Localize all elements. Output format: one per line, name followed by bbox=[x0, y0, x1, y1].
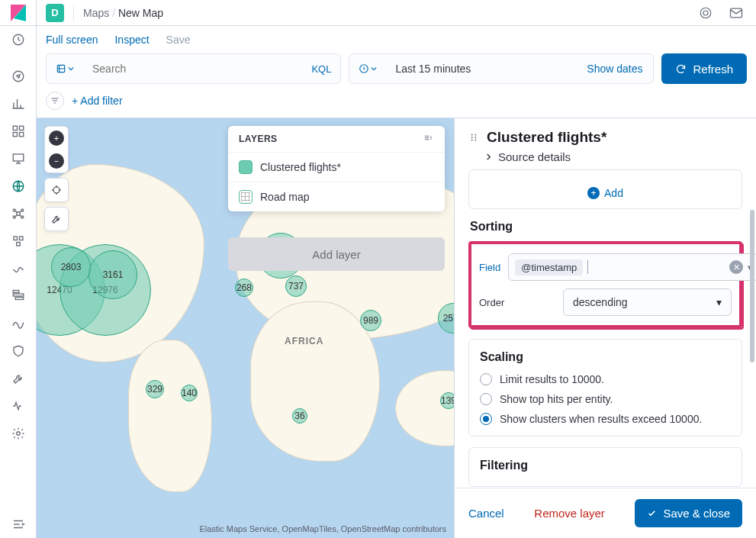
cluster-bubble[interactable]: 3161 bbox=[88, 250, 137, 299]
filtering-title: Filtering bbox=[480, 459, 731, 472]
save-close-button[interactable]: Save & close bbox=[635, 499, 742, 527]
breadcrumb-maps[interactable]: Maps bbox=[83, 7, 109, 19]
zoom-in-button[interactable]: + bbox=[45, 127, 68, 150]
scaling-option-1[interactable]: Show top hits per entity. bbox=[480, 393, 731, 405]
sorting-title: Sorting bbox=[470, 220, 742, 234]
tools-button[interactable] bbox=[45, 208, 68, 230]
kql-toggle[interactable]: KQL bbox=[302, 63, 340, 75]
save-close-label: Save & close bbox=[663, 507, 730, 520]
layer-item-roadmap[interactable]: Road map bbox=[228, 182, 445, 211]
add-filter-link[interactable]: + Add filter bbox=[72, 95, 123, 107]
time-quick-button[interactable] bbox=[349, 63, 386, 74]
remove-layer-button[interactable]: Remove layer bbox=[534, 507, 605, 520]
nav-recent-icon[interactable] bbox=[0, 26, 37, 53]
refresh-label: Refresh bbox=[693, 63, 733, 76]
radio-label: Limit results to 10000. bbox=[500, 373, 604, 385]
radio-icon bbox=[480, 373, 492, 385]
cluster-bubble[interactable]: 268 bbox=[235, 279, 253, 297]
cluster-bubble[interactable]: 36 bbox=[292, 408, 307, 424]
nav-discover-icon[interactable] bbox=[0, 63, 37, 90]
clear-icon[interactable]: ✕ bbox=[729, 260, 743, 274]
zoom-out-button[interactable]: − bbox=[45, 150, 68, 172]
field-input[interactable] bbox=[587, 260, 725, 274]
svg-point-28 bbox=[471, 134, 473, 136]
filter-row: + Add filter bbox=[37, 90, 756, 118]
nav-siem-icon[interactable] bbox=[0, 337, 37, 365]
layers-collapse-icon[interactable] bbox=[423, 134, 434, 144]
scaling-option-0[interactable]: Limit results to 10000. bbox=[480, 373, 731, 385]
svg-point-14 bbox=[21, 216, 23, 218]
nav-ml-icon[interactable] bbox=[0, 200, 37, 227]
map-canvas[interactable]: ASIA AFRICA + − LAYERS bbox=[37, 118, 454, 538]
cluster-bubble[interactable]: 140 bbox=[181, 385, 198, 401]
svg-point-23 bbox=[703, 11, 708, 15]
layer-item-clustered[interactable]: Clustered flights* bbox=[228, 152, 445, 182]
cluster-bubble[interactable]: 139 bbox=[440, 392, 454, 409]
query-bar: KQL Last 15 minutes Show dates Refresh bbox=[37, 53, 756, 90]
svg-rect-6 bbox=[13, 133, 17, 137]
full-screen-link[interactable]: Full screen bbox=[46, 34, 98, 46]
nav-dashboard-icon[interactable] bbox=[0, 118, 37, 145]
panel-header: Clustered flights* bbox=[455, 118, 756, 150]
refresh-button[interactable]: Refresh bbox=[661, 53, 747, 84]
check-icon bbox=[647, 508, 657, 518]
nav-monitoring-icon[interactable] bbox=[0, 392, 37, 420]
space-badge[interactable]: D bbox=[46, 4, 64, 22]
nav-uptime-icon[interactable] bbox=[0, 310, 37, 337]
top-bar: D Maps / New Map bbox=[37, 0, 756, 26]
add-field-link[interactable]: + Add bbox=[480, 187, 731, 199]
cluster-bubble[interactable]: 737 bbox=[285, 275, 307, 297]
radio-icon bbox=[480, 393, 492, 405]
svg-rect-18 bbox=[13, 294, 24, 296]
search-input[interactable] bbox=[83, 63, 302, 75]
chevron-right-icon bbox=[485, 153, 492, 160]
nav-apm-icon[interactable] bbox=[0, 282, 37, 310]
nav-logs-icon[interactable] bbox=[0, 255, 37, 282]
svg-point-27 bbox=[53, 187, 60, 193]
nav-management-icon[interactable] bbox=[0, 420, 37, 447]
nav-visualize-icon[interactable] bbox=[0, 90, 37, 118]
svg-point-21 bbox=[16, 432, 20, 436]
nav-devtools-icon[interactable] bbox=[0, 365, 37, 392]
cluster-bubble[interactable]: 989 bbox=[360, 310, 381, 331]
source-details-toggle[interactable]: Source details bbox=[455, 150, 756, 169]
show-dates-link[interactable]: Show dates bbox=[576, 63, 653, 75]
svg-point-29 bbox=[471, 137, 473, 138]
grab-icon[interactable] bbox=[468, 132, 479, 143]
svg-rect-4 bbox=[13, 126, 17, 130]
search-options-button[interactable] bbox=[47, 63, 83, 74]
field-combo[interactable]: @timestamp ✕ ▾ bbox=[508, 253, 756, 281]
nav-infra-icon[interactable] bbox=[0, 227, 37, 255]
mail-icon[interactable] bbox=[725, 2, 747, 24]
newsfeed-icon[interactable] bbox=[695, 2, 716, 24]
svg-point-11 bbox=[13, 209, 15, 211]
nav-collapse-icon[interactable] bbox=[0, 511, 37, 538]
breadcrumb-current: New Map bbox=[118, 7, 163, 19]
inspect-link[interactable]: Inspect bbox=[114, 34, 149, 46]
radio-label: Show top hits per entity. bbox=[500, 393, 613, 405]
fit-bounds-button[interactable] bbox=[45, 179, 68, 201]
panel-title: Clustered flights* bbox=[487, 129, 606, 146]
label-africa: AFRICA bbox=[285, 336, 323, 346]
layer-swatch-icon bbox=[239, 190, 253, 204]
sorting-section: Sorting Field @timestamp ✕ ▾ bbox=[468, 220, 742, 328]
cancel-button[interactable]: Cancel bbox=[468, 507, 504, 520]
scrollbar-thumb[interactable] bbox=[750, 210, 754, 362]
add-layer-button: Add layer bbox=[228, 237, 445, 271]
svg-rect-16 bbox=[19, 237, 23, 240]
search-field bbox=[83, 63, 302, 75]
panel-scroll[interactable]: + Add Sorting Field @timestamp bbox=[455, 169, 756, 488]
nav-maps-icon[interactable] bbox=[0, 172, 37, 200]
kibana-logo[interactable] bbox=[0, 0, 37, 26]
save-link: Save bbox=[166, 34, 191, 46]
cluster-bubble[interactable]: 329 bbox=[146, 380, 164, 398]
order-label: Order bbox=[479, 297, 555, 308]
radio-icon bbox=[480, 413, 492, 425]
cluster-bubble[interactable]: 2803 bbox=[51, 247, 91, 287]
scaling-option-2[interactable]: Show clusters when results exceed 10000. bbox=[480, 413, 731, 425]
time-range-label[interactable]: Last 15 minutes bbox=[386, 63, 576, 75]
filter-options-icon[interactable] bbox=[46, 92, 64, 110]
order-select[interactable]: descending ▾ bbox=[563, 288, 732, 316]
scaling-title: Scaling bbox=[480, 350, 731, 364]
nav-canvas-icon[interactable] bbox=[0, 145, 37, 172]
